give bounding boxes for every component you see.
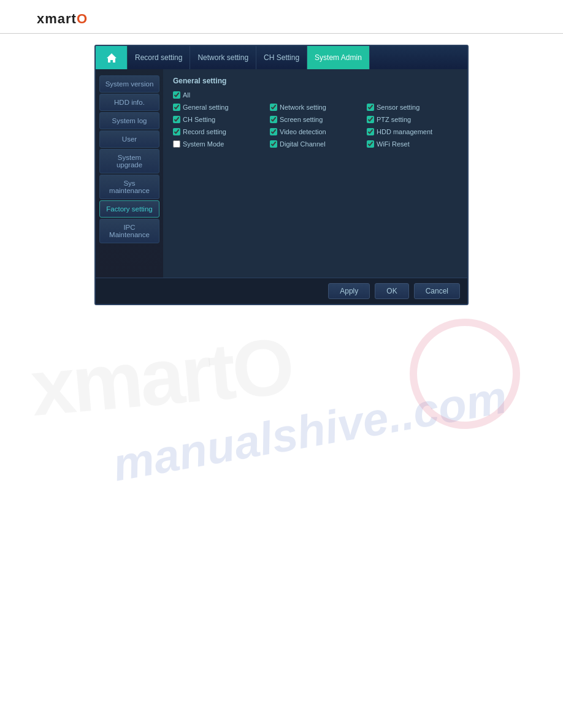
watermark-circle	[410, 319, 520, 429]
checkbox-sensor-setting[interactable]: Sensor setting	[367, 104, 458, 111]
nav-tabs: Record setting Network setting CH Settin…	[128, 46, 467, 69]
sidebar-item-system-version[interactable]: System version	[99, 75, 159, 93]
watermark-brand: xmartO	[27, 320, 295, 434]
tab-network-setting[interactable]: Network setting	[190, 46, 256, 69]
checkbox-grid: General setting Network setting Sensor s…	[173, 104, 458, 148]
checkbox-all[interactable]: All	[173, 91, 458, 99]
top-navigation: Record setting Network setting CH Settin…	[96, 46, 467, 69]
checkbox-ch-setting[interactable]: CH Setting	[173, 116, 264, 123]
sidebar-item-system-upgrade[interactable]: System upgrade	[99, 149, 159, 173]
page-header: xmartO	[0, 0, 563, 34]
section-title: General setting	[173, 77, 458, 85]
checkbox-video-detection[interactable]: Video detection	[270, 128, 361, 135]
checkbox-ptz-setting[interactable]: PTZ setting	[367, 116, 458, 123]
checkbox-general-setting[interactable]: General setting	[173, 104, 264, 111]
checkbox-all-input[interactable]	[173, 91, 180, 99]
watermark: xmartO manualshive..com	[0, 306, 563, 613]
main-content: General setting All General setting	[163, 69, 467, 278]
sidebar-item-system-log[interactable]: System log	[99, 112, 159, 129]
checkbox-record-setting[interactable]: Record setting	[173, 128, 264, 135]
tab-record-setting[interactable]: Record setting	[128, 46, 190, 69]
checkbox-wifi-reset[interactable]: WiFi Reset	[367, 140, 458, 148]
checkbox-network-setting[interactable]: Network setting	[270, 104, 361, 111]
sidebar: System version HDD info. System log User…	[96, 69, 163, 278]
sidebar-item-ipc-maintenance[interactable]: IPC Maintenance	[99, 219, 159, 243]
brand-logo: xmartO	[37, 11, 88, 26]
sidebar-item-hdd-info[interactable]: HDD info.	[99, 94, 159, 111]
home-button[interactable]	[96, 46, 128, 69]
checkbox-screen-setting[interactable]: Screen setting	[270, 116, 361, 123]
tab-ch-setting[interactable]: CH Setting	[256, 46, 307, 69]
sidebar-item-sys-maintenance[interactable]: Sys maintenance	[99, 175, 159, 199]
tab-system-admin[interactable]: System Admin	[307, 46, 370, 69]
checkbox-system-mode[interactable]: System Mode	[173, 140, 264, 148]
sidebar-item-factory-setting[interactable]: Factory setting	[99, 200, 159, 218]
watermark-manual: manualshive..com	[109, 370, 510, 491]
checkbox-all-row: All	[173, 91, 458, 99]
content-area: System version HDD info. System log User…	[96, 69, 467, 278]
bottom-bar: Apply OK Cancel	[96, 278, 467, 304]
sidebar-item-user[interactable]: User	[99, 131, 159, 148]
ok-button[interactable]: OK	[375, 283, 408, 299]
apply-button[interactable]: Apply	[328, 283, 370, 299]
svg-marker-0	[107, 53, 117, 63]
checkbox-hdd-management[interactable]: HDD management	[367, 128, 458, 135]
cancel-button[interactable]: Cancel	[414, 283, 460, 299]
checkbox-digital-channel[interactable]: Digital Channel	[270, 140, 361, 148]
ui-panel: Record setting Network setting CH Settin…	[94, 45, 469, 305]
